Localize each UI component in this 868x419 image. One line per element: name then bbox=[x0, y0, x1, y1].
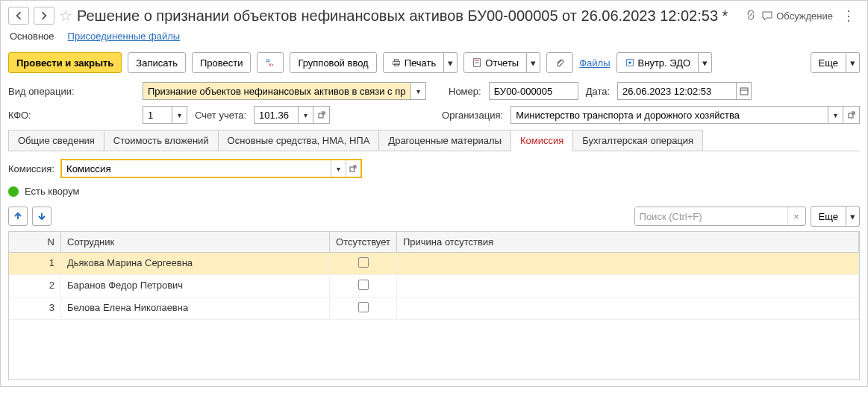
cell-absent[interactable] bbox=[330, 297, 397, 319]
cell-reason bbox=[397, 297, 859, 319]
cell-n: 3 bbox=[9, 297, 61, 319]
tab-precious[interactable]: Драгоценные материалы bbox=[378, 130, 511, 151]
arrow-up-icon bbox=[13, 211, 23, 221]
more-dropdown[interactable]: ▾ bbox=[846, 52, 860, 73]
commission-open-button[interactable] bbox=[346, 160, 360, 177]
edo-dropdown[interactable]: ▾ bbox=[699, 52, 712, 73]
open-icon bbox=[848, 111, 855, 119]
cell-n: 2 bbox=[9, 275, 61, 297]
date-label: Дата: bbox=[586, 86, 610, 97]
print-dropdown[interactable]: ▾ bbox=[444, 52, 458, 73]
move-up-button[interactable] bbox=[8, 207, 28, 226]
search-input[interactable] bbox=[635, 207, 787, 225]
svg-text:Кт: Кт bbox=[269, 62, 275, 67]
kfo-label: КФО: bbox=[8, 110, 135, 121]
paperclip-icon bbox=[555, 57, 565, 68]
col-header-reason[interactable]: Причина отсутствия bbox=[397, 232, 859, 252]
print-button[interactable]: Печать bbox=[383, 52, 445, 73]
org-dropdown[interactable]: ▾ bbox=[828, 106, 843, 124]
move-down-button[interactable] bbox=[32, 207, 51, 226]
col-header-absent[interactable]: Отсутствует bbox=[330, 232, 397, 252]
cell-absent[interactable] bbox=[330, 253, 397, 274]
table-more-button[interactable]: Еще bbox=[811, 206, 846, 227]
cell-n: 1 bbox=[9, 253, 61, 274]
kfo-input[interactable] bbox=[143, 106, 172, 124]
svg-rect-3 bbox=[394, 60, 398, 62]
table-more-dropdown[interactable]: ▾ bbox=[846, 206, 860, 227]
open-icon bbox=[349, 165, 357, 172]
date-input[interactable] bbox=[617, 82, 737, 100]
cell-employee: Дьякова Марина Сергеевна bbox=[61, 253, 330, 274]
cell-employee: Баранов Федор Петрович bbox=[61, 275, 330, 297]
account-label: Счет учета: bbox=[195, 110, 246, 121]
cell-reason bbox=[397, 275, 859, 297]
number-input[interactable] bbox=[489, 82, 578, 100]
save-button[interactable]: Записать bbox=[128, 52, 186, 73]
tab-accounting[interactable]: Бухгалтерская операция bbox=[572, 130, 703, 151]
tab-investments[interactable]: Стоимость вложений bbox=[104, 130, 219, 151]
attach-button[interactable] bbox=[546, 52, 573, 73]
discussion-label: Обсуждение bbox=[776, 10, 833, 22]
table-row[interactable]: 2Баранов Федор Петрович bbox=[9, 275, 859, 297]
dtct-button[interactable]: ДтКт bbox=[257, 52, 284, 73]
arrow-down-icon bbox=[37, 211, 47, 221]
nav-forward-button[interactable] bbox=[34, 7, 54, 25]
more-button[interactable]: Еще bbox=[811, 52, 846, 73]
open-icon bbox=[318, 111, 325, 119]
org-open-button[interactable] bbox=[843, 106, 860, 124]
reports-dropdown[interactable]: ▾ bbox=[527, 52, 540, 73]
col-header-n[interactable]: N bbox=[9, 232, 61, 252]
date-picker-button[interactable] bbox=[737, 82, 752, 100]
section-attached-files[interactable]: Присоединенные файлы bbox=[68, 31, 181, 42]
favorite-icon[interactable]: ☆ bbox=[59, 7, 72, 25]
discussion-button[interactable]: Обсуждение bbox=[761, 10, 833, 22]
section-main[interactable]: Основное bbox=[10, 31, 54, 42]
quorum-label: Есть кворум bbox=[25, 186, 79, 197]
calendar-icon bbox=[740, 86, 749, 95]
svg-point-9 bbox=[628, 61, 631, 64]
operation-type-dropdown[interactable]: ▾ bbox=[411, 82, 426, 100]
table-row[interactable]: 1Дьякова Марина Сергеевна bbox=[9, 253, 859, 275]
operation-type-input[interactable] bbox=[143, 82, 411, 100]
checkbox-icon[interactable] bbox=[358, 280, 369, 290]
tab-commission[interactable]: Комиссия bbox=[511, 130, 573, 151]
files-link[interactable]: Файлы bbox=[579, 57, 610, 69]
kfo-dropdown[interactable]: ▾ bbox=[172, 106, 187, 124]
group-input-button[interactable]: Групповой ввод bbox=[290, 52, 376, 73]
org-input[interactable] bbox=[511, 106, 828, 124]
org-label: Организация: bbox=[442, 110, 503, 121]
col-header-employee[interactable]: Сотрудник bbox=[61, 232, 330, 252]
print-label: Печать bbox=[405, 57, 437, 69]
post-and-close-button[interactable]: Провести и закрыть bbox=[8, 52, 122, 73]
table-row[interactable]: 3Белова Елена Николаевна bbox=[9, 297, 859, 320]
search-clear-button[interactable]: × bbox=[787, 207, 805, 225]
reports-label: Отчеты bbox=[485, 57, 519, 69]
edo-label: Внутр. ЭДО bbox=[638, 57, 691, 69]
svg-rect-10 bbox=[740, 88, 748, 95]
page-title: Решение о признании объектов нефинансовы… bbox=[77, 7, 740, 25]
reports-button[interactable]: Отчеты bbox=[463, 52, 527, 73]
operation-type-label: Вид операции: bbox=[8, 86, 135, 97]
tab-assets[interactable]: Основные средства, НМА, НПА bbox=[218, 130, 380, 151]
cell-absent[interactable] bbox=[330, 275, 397, 297]
tab-general[interactable]: Общие сведения bbox=[8, 130, 104, 151]
cell-reason bbox=[397, 253, 859, 274]
checkbox-icon[interactable] bbox=[358, 302, 369, 312]
cell-employee: Белова Елена Николаевна bbox=[61, 297, 330, 319]
number-label: Номер: bbox=[449, 86, 481, 97]
commission-dropdown[interactable]: ▾ bbox=[331, 160, 346, 177]
commission-label: Комиссия: bbox=[8, 163, 54, 174]
account-open-button[interactable] bbox=[313, 106, 330, 124]
quorum-indicator-icon bbox=[8, 186, 19, 197]
edo-button[interactable]: Внутр. ЭДО bbox=[616, 52, 699, 73]
checkbox-icon[interactable] bbox=[358, 257, 369, 268]
account-dropdown[interactable]: ▾ bbox=[299, 106, 313, 124]
commission-input[interactable] bbox=[62, 160, 331, 177]
link-icon[interactable] bbox=[745, 9, 757, 23]
account-input[interactable] bbox=[254, 106, 299, 124]
nav-back-button[interactable] bbox=[8, 7, 29, 25]
kebab-menu[interactable]: ⋮ bbox=[837, 7, 860, 24]
post-button[interactable]: Провести bbox=[192, 52, 252, 73]
